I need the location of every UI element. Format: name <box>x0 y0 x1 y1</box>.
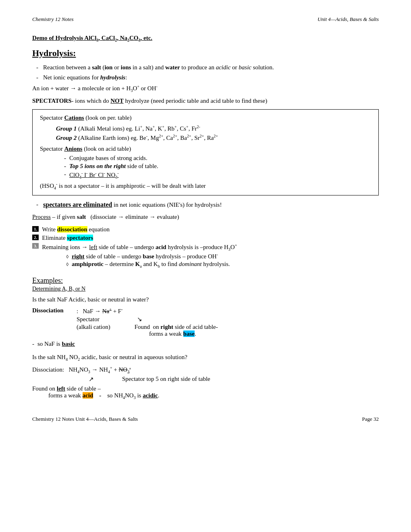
group1: Group 1 (Alkali Metal ions) eg. Li+, Na+… <box>40 125 371 132</box>
header-left: Chemistry 12 Notes <box>32 16 74 23</box>
spectators-line: SPECTATORS- ions which do NOT hydrolyze … <box>32 98 379 104</box>
hso4-note: (HSO4- is not a spectator – it is amphip… <box>40 182 371 190</box>
example1-block: Dissociation : NaF → Na+ + F- Spectator … <box>32 307 379 347</box>
example1-question: Is the salt NaF Acidic, basic or neutral… <box>32 296 379 303</box>
process-line: Process – if given salt (dissociate → el… <box>32 213 379 220</box>
section-title: Hydrolysis: <box>32 48 379 58</box>
header-right: Unit 4—Acids, Bases & Salts <box>318 16 379 23</box>
step-1: 1. Write dissociation equation <box>32 226 379 233</box>
demo-title: Demo of Hydrolysis AlCl3, CaCl2, Na2CO3,… <box>32 35 379 42</box>
anions-title: Spectator Anions (look on acid table) <box>40 145 371 152</box>
spectator-box: Spectator Cations (look on per. table) G… <box>32 109 379 195</box>
footer: Chemistry 12 Notes Unit 4—Acids, Bases &… <box>32 416 379 422</box>
group2: Group 2 (Alkaline Earth ions) eg. Be-, M… <box>40 134 371 141</box>
bullet-1: - Reaction between a salt (ion or ions i… <box>32 64 379 71</box>
cations-title: Spectator Cations (look on per. table) <box>40 114 371 121</box>
examples-section: Examples: Determining A, B, or N Is the … <box>32 276 379 400</box>
steps-list: 1. Write dissociation equation 2. Elimin… <box>32 226 379 268</box>
ion-water-line: An ion + water → a molecule or ion + H3O… <box>32 84 379 93</box>
examples-subtitle: Determining A, B, or N <box>32 286 379 292</box>
anions-list: - Conjugate bases of strong acids. - Top… <box>40 155 371 179</box>
step-3: 3. Remaining ions → left side of table –… <box>32 243 379 268</box>
spectators-eliminated-line: - spectators are eliminated in net ionic… <box>32 201 379 208</box>
footer-right: Page 32 <box>362 416 379 422</box>
step-2: 2. Eliminate spectators <box>32 235 379 241</box>
example2-block: Dissociation: NH4NO3 → NH4+ + NO3- ↗ Spe… <box>32 366 379 400</box>
bullet-2: - Net ionic equations for hydrolysis: <box>32 74 379 81</box>
example2-question: Is the salt NH4 NO2 acidic, basic or neu… <box>32 354 379 362</box>
footer-left: Chemistry 12 Notes Unit 4—Acids, Bases &… <box>32 416 138 422</box>
examples-title: Examples: <box>32 276 379 285</box>
